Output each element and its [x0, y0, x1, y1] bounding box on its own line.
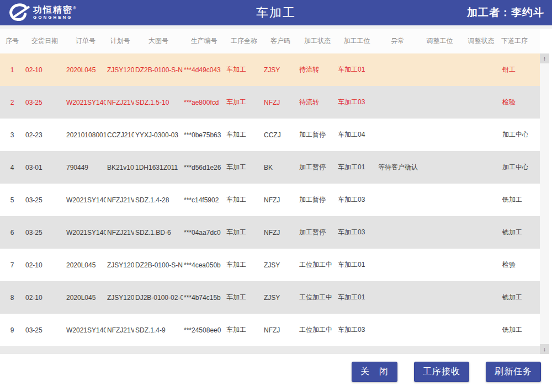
- table-cell: NFZJ: [263, 326, 298, 334]
- table-cell: ZJSY1201: [106, 294, 134, 302]
- table-cell: ZJSY: [263, 261, 298, 269]
- app-header: 功恒精密® GONGHENG 车加工 加工者：李约斗: [0, 0, 552, 25]
- table-cell: W2021SY140: [65, 99, 106, 106]
- table-cell: 待流转: [298, 65, 337, 74]
- column-header-1: 交货日期: [24, 36, 65, 46]
- table-cell: ***04aa7dc0: [183, 229, 225, 237]
- column-header-8: 加工状态: [298, 36, 337, 46]
- column-header-4: 大图号: [134, 36, 183, 46]
- column-header-6: 工序全称: [225, 36, 263, 46]
- table-cell: 车加工: [225, 130, 263, 139]
- operator-label: 加工者：李约斗: [467, 6, 544, 20]
- table-cell: ***4cea050b: [183, 261, 225, 269]
- column-header-9: 加工工位: [337, 36, 377, 46]
- table-row[interactable]: 503-25W2021SY140NFZJ21VSDZ.1.4-28***c14f…: [0, 184, 540, 216]
- table-cell: NFZJ: [263, 99, 298, 106]
- table-cell: CCZJ2104: [106, 131, 134, 139]
- table-cell: 02-10: [24, 294, 65, 302]
- horizontal-scrollbar[interactable]: [0, 346, 540, 354]
- table-row[interactable]: 603-25W2021SY140NFZJ21VSDZ.1.BD-6***04aa…: [0, 216, 540, 249]
- table-cell: 车加工01: [337, 293, 377, 302]
- table-cell: DJ2B-0100-02-03: [134, 294, 183, 302]
- scroll-down-button[interactable]: ↓: [540, 344, 549, 354]
- table-cell: 1: [0, 66, 24, 74]
- table-cell: 1DH1631Z011: [134, 164, 183, 171]
- table-row[interactable]: 302-23202101080011CCZJ2104YYXJ-0300-03**…: [0, 119, 540, 151]
- table-row[interactable]: 702-102020L045ZJSY1201DZ2B-0100-S-N.1***…: [0, 249, 540, 281]
- table-cell: SDZ.1.5-10: [134, 99, 183, 106]
- process-receive-button[interactable]: 工序接收: [414, 362, 469, 382]
- table-cell: 铣加工: [501, 325, 528, 335]
- table-cell: DZ2B-0100-S-N-: [134, 66, 183, 74]
- table-cell: NFZJ21V: [106, 326, 134, 334]
- table-cell: DZ2B-0100-S-N.1: [134, 261, 183, 269]
- table-cell: 车加工: [225, 325, 263, 335]
- table-cell: 加工中心: [501, 163, 528, 172]
- table-cell: 工位加工中: [298, 293, 337, 302]
- close-button[interactable]: 关 闭: [352, 362, 397, 382]
- table-cell: 铣加工: [501, 293, 528, 302]
- table-cell: SDZ.1.BD-6: [134, 229, 183, 237]
- table-cell: 车加工01: [337, 65, 377, 74]
- table-cell: 5: [0, 196, 24, 204]
- table-cell: ***ae800fcd: [183, 99, 225, 106]
- table-cell: 3: [0, 131, 24, 139]
- table-cell: BK: [263, 164, 298, 171]
- table-cell: ***24508ee0: [183, 326, 225, 334]
- table-cell: 工位加工中: [298, 260, 337, 270]
- table-cell: NFZJ21V: [106, 196, 134, 204]
- table-row[interactable]: 203-25W2021SY140NFZJ21VSDZ.1.5-10***ae80…: [0, 86, 540, 119]
- refresh-task-button[interactable]: 刷新任务: [486, 362, 541, 382]
- table-cell: 02-10: [24, 66, 65, 74]
- column-header-3: 计划号: [106, 36, 134, 46]
- table-cell: NFZJ: [263, 229, 298, 237]
- table-row[interactable]: 403-01790449BK21v1021DH1631Z011***d56d1e…: [0, 151, 540, 184]
- table-cell: 车加工: [225, 260, 263, 270]
- table-cell: ZJSY1201: [106, 66, 134, 74]
- table-cell: 车加工01: [337, 163, 377, 172]
- vertical-scrollbar[interactable]: ↑ ↓: [540, 53, 549, 354]
- scrollbar-track[interactable]: [540, 63, 549, 344]
- down-arrow-icon: ↓: [543, 346, 546, 352]
- brand-logo-text: 功恒精密® GONGHENG: [33, 6, 76, 20]
- table-cell: 02-10: [24, 261, 65, 269]
- table-row[interactable]: 903-25W2021SY140NFZJ21VSDZ.1.4-9***24508…: [0, 314, 540, 346]
- table-cell: YYXJ-0300-03: [134, 131, 183, 139]
- table-cell: ZJSY1201: [106, 261, 134, 269]
- table-cell: ***4d49c043: [183, 66, 225, 74]
- column-header-10: 异常: [377, 36, 418, 46]
- column-header-5: 生产编号: [183, 36, 225, 46]
- up-arrow-icon: ↑: [543, 55, 546, 62]
- table-cell: NFZJ21V: [106, 99, 134, 106]
- table-cell: ***d56d1e26: [183, 164, 225, 171]
- table-cell: 车加工03: [337, 195, 377, 205]
- column-header-7: 客户码: [263, 36, 298, 46]
- table-cell: 车加工: [225, 163, 263, 172]
- table-cell: 6: [0, 229, 24, 237]
- table-cell: 工位加工中: [298, 325, 337, 335]
- table-cell: 8: [0, 294, 24, 302]
- gongheng-logo-icon: [8, 3, 30, 22]
- table-row[interactable]: 802-102020L045ZJSY1201DJ2B-0100-02-03***…: [0, 281, 540, 314]
- column-header-2: 订单号: [65, 36, 106, 46]
- column-header-13: 下道工序: [501, 36, 528, 46]
- table-cell: 790449: [65, 164, 106, 171]
- table-cell: W2021SY140: [65, 196, 106, 204]
- table-cell: ***c14f5902: [183, 196, 225, 204]
- table-cell: CCZJ: [263, 131, 298, 139]
- table-header-row: 序号交货日期订单号计划号大图号生产编号工序全称客户码加工状态加工工位异常调整工位…: [0, 29, 540, 53]
- table-cell: 等待客户确认: [377, 163, 418, 172]
- table-cell: 待流转: [298, 98, 337, 107]
- table-cell: 02-23: [24, 131, 65, 139]
- table-cell: ***4b74c15b: [183, 294, 225, 302]
- scroll-up-button[interactable]: ↑: [540, 53, 549, 63]
- table-row[interactable]: 102-102020L045ZJSY1201DZ2B-0100-S-N-***4…: [0, 53, 540, 86]
- table-cell: 03-25: [24, 196, 65, 204]
- table-cell: 加工暂停: [298, 163, 337, 172]
- table-cell: 202101080011: [65, 131, 106, 139]
- table-cell: 03-25: [24, 326, 65, 334]
- table-cell: 加工暂停: [298, 228, 337, 237]
- table-cell: 加工中心: [501, 130, 528, 139]
- table-cell: W2021SY140: [65, 229, 106, 237]
- table-cell: 铣加工: [501, 195, 528, 205]
